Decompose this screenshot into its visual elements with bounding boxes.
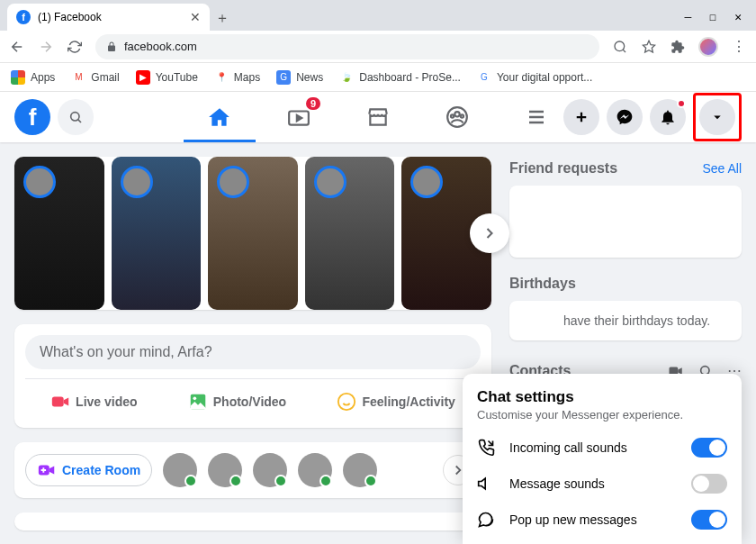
facebook-search-button[interactable]	[58, 99, 94, 135]
room-contact-avatar[interactable]	[208, 453, 242, 487]
chat-settings-popover: Chat settings Customise your Messenger e…	[463, 374, 742, 544]
svg-point-0	[615, 41, 625, 51]
nav-menu[interactable]	[500, 94, 572, 141]
svg-marker-15	[479, 478, 486, 489]
bookmark-apps[interactable]: Apps	[11, 70, 55, 85]
feeling-button[interactable]: Feeling/Activity	[328, 386, 464, 417]
room-contact-avatar[interactable]	[298, 453, 332, 487]
profile-avatar[interactable]	[698, 37, 718, 57]
friend-requests-header: Friend requests See All	[509, 157, 742, 186]
groups-icon	[446, 105, 469, 129]
gmail-icon: M	[71, 70, 86, 85]
notification-dot	[677, 99, 686, 108]
new-tab-button[interactable]: ＋	[210, 5, 235, 31]
phone-icon	[477, 439, 497, 457]
story-card[interactable]	[14, 157, 104, 310]
create-button[interactable]	[563, 99, 599, 135]
composer-card: What's on your mind, Arfa? Live video Ph…	[14, 324, 491, 428]
speaker-icon	[477, 475, 497, 493]
setting-label: Pop up new messages	[509, 512, 679, 527]
nav-groups[interactable]	[421, 94, 493, 141]
tab-close-icon[interactable]: ✕	[190, 10, 201, 24]
see-all-link[interactable]: See All	[702, 161, 742, 176]
setting-label: Incoming call sounds	[509, 440, 679, 455]
bookmark-news[interactable]: GNews	[276, 70, 323, 85]
chevron-down-icon	[709, 109, 725, 125]
extensions-icon[interactable]	[670, 39, 686, 55]
toggle-message-sounds[interactable]	[691, 474, 727, 494]
setting-incoming-calls: Incoming call sounds	[477, 438, 727, 458]
url-text: facebook.com	[124, 40, 197, 53]
account-dropdown-button[interactable]	[699, 99, 735, 135]
bell-icon	[659, 108, 677, 126]
messenger-button[interactable]	[607, 99, 643, 135]
create-room-button[interactable]: Create Room	[25, 454, 152, 486]
section-title: Birthdays	[509, 276, 576, 292]
live-video-button[interactable]: Live video	[41, 386, 146, 417]
bookmark-gmail[interactable]: MGmail	[71, 70, 119, 85]
video-plus-icon	[37, 460, 57, 480]
star-icon[interactable]	[641, 39, 657, 55]
story-avatar	[410, 166, 443, 198]
address-bar[interactable]: facebook.com	[95, 34, 599, 59]
rooms-card: Create Room	[14, 442, 491, 498]
facebook-nav: 9	[184, 94, 572, 141]
photo-video-button[interactable]: Photo/Video	[179, 386, 295, 417]
browser-tab[interactable]: f (1) Facebook ✕	[7, 4, 210, 31]
room-contact-avatar[interactable]	[253, 453, 287, 487]
smiley-icon	[337, 392, 356, 412]
chat-icon	[477, 511, 497, 529]
leaf-icon: 🍃	[339, 70, 354, 85]
nav-marketplace[interactable]	[342, 94, 414, 141]
svg-point-10	[193, 397, 196, 401]
toggle-incoming-calls[interactable]	[691, 438, 727, 458]
facebook-favicon: f	[16, 10, 31, 24]
story-card[interactable]	[208, 157, 298, 310]
birthdays-text: xxxxxx have their birthdays today.	[509, 301, 742, 340]
story-avatar	[314, 166, 346, 198]
story-card[interactable]	[305, 157, 395, 310]
story-avatar	[121, 166, 153, 198]
toggle-popup-messages[interactable]	[691, 510, 727, 530]
composer-actions: Live video Photo/Video Feeling/Activity	[25, 378, 481, 417]
browser-toolbar: facebook.com ⋮	[0, 31, 756, 63]
svg-point-5	[454, 112, 459, 116]
bookmark-maps[interactable]: 📍Maps	[214, 70, 260, 85]
svg-point-6	[451, 114, 454, 117]
menu-icon[interactable]: ⋮	[731, 39, 747, 55]
room-contact-avatar[interactable]	[343, 453, 377, 487]
bookmark-digital[interactable]: GYour digital opport...	[477, 70, 592, 85]
close-window-button[interactable]: ✕	[734, 10, 742, 23]
maximize-button[interactable]: ☐	[709, 10, 716, 23]
reload-button[interactable]	[67, 39, 83, 55]
popover-title: Chat settings	[477, 388, 727, 406]
window-controls: — ☐ ✕	[685, 10, 756, 31]
nav-home[interactable]	[184, 94, 256, 141]
watch-icon	[287, 105, 310, 129]
browser-titlebar: f (1) Facebook ✕ ＋ — ☐ ✕	[0, 0, 756, 31]
section-title: Friend requests	[509, 160, 617, 177]
composer-input[interactable]: What's on your mind, Arfa?	[25, 335, 481, 369]
messenger-icon	[616, 108, 634, 126]
room-contact-avatar[interactable]	[163, 453, 197, 487]
notifications-button[interactable]	[650, 99, 686, 135]
svg-point-7	[461, 114, 464, 117]
zoom-icon[interactable]	[612, 39, 628, 55]
maps-icon: 📍	[214, 70, 229, 85]
minimize-button[interactable]: —	[685, 10, 692, 23]
nav-watch[interactable]: 9	[263, 94, 335, 141]
forward-button[interactable]	[38, 39, 54, 55]
story-avatar	[23, 166, 56, 198]
home-icon	[208, 105, 231, 129]
marketplace-icon	[366, 105, 390, 129]
bookmark-youtube[interactable]: ▶YouTube	[136, 70, 198, 85]
facebook-logo[interactable]: f	[14, 99, 50, 135]
feed-column: What's on your mind, Arfa? Live video Ph…	[14, 157, 491, 530]
svg-point-2	[71, 113, 79, 121]
setting-message-sounds: Message sounds	[477, 474, 727, 494]
back-button[interactable]	[9, 39, 25, 55]
bookmark-dashboard[interactable]: 🍃Dashboard - ProSe...	[339, 70, 461, 85]
facebook-header: f 9	[0, 92, 756, 142]
stories-next-button[interactable]	[470, 213, 509, 253]
story-card[interactable]	[112, 157, 202, 310]
